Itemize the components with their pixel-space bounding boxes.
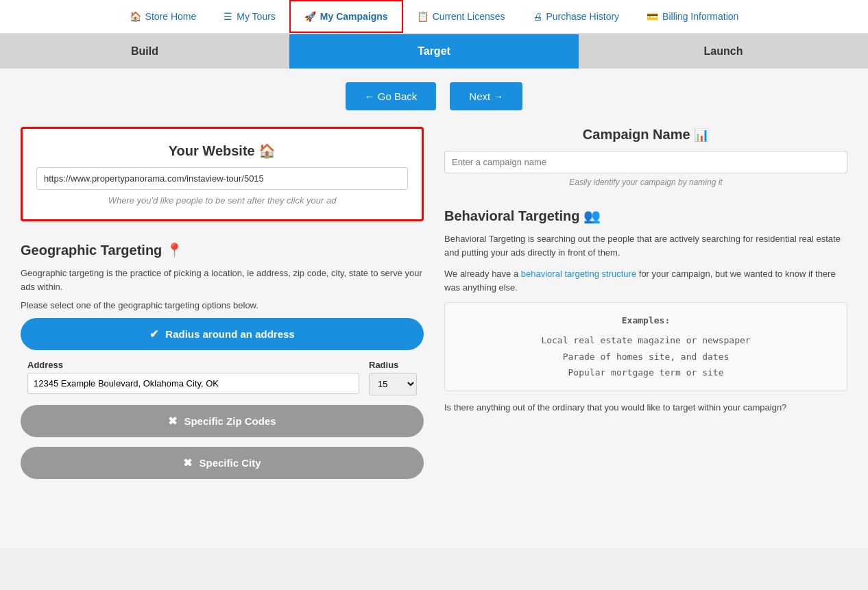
tab-launch[interactable]: Launch — [579, 34, 868, 69]
behavioral-description1: Behavioral Targeting is searching out th… — [444, 232, 847, 259]
nav-store-home[interactable]: 🏠 Store Home — [116, 1, 210, 32]
nav-billing-label: Billing Information — [662, 11, 738, 22]
nav-purchase-history[interactable]: 🖨 Purchase History — [519, 1, 634, 32]
geographic-targeting-section: Geographic Targeting 📍 Geographic target… — [21, 242, 424, 479]
nav-buttons: ← Go Back Next → — [21, 82, 847, 110]
behavioral-title: Behavioral Targeting 👥 — [444, 208, 847, 224]
list-icon: ☰ — [224, 11, 232, 22]
behavioral-description2: We already have a behavioral targeting s… — [444, 267, 847, 294]
credit-card-icon: 💳 — [647, 11, 658, 22]
zip-codes-button[interactable]: ✖ Specific Zip Codes — [21, 405, 424, 437]
behavioral-targeting-section: Behavioral Targeting 👥 Behavioral Target… — [444, 208, 847, 414]
geo-description2: Please select one of the geographic targ… — [21, 299, 424, 312]
home-icon: 🏠 — [130, 11, 141, 22]
your-website-title: Your Website 🏠 — [36, 143, 408, 159]
campaign-name-title: Campaign Name 📊 — [444, 127, 847, 143]
right-column: Campaign Name 📊 Easily identify your cam… — [444, 127, 847, 422]
website-url-input[interactable] — [36, 167, 408, 190]
left-column: Your Website 🏠 Where you'd like people t… — [21, 127, 424, 489]
checkmark-icon: ✔ — [149, 328, 158, 341]
people-icon: 👥 — [583, 208, 601, 223]
geo-title: Geographic Targeting 📍 — [21, 242, 424, 258]
behavioral-question: Is there anything out of the ordinary th… — [444, 401, 847, 415]
examples-title: Examples: — [455, 312, 837, 328]
tab-target[interactable]: Target — [289, 34, 579, 69]
specific-city-button[interactable]: ✖ Specific City — [21, 447, 424, 479]
pin-icon: 📍 — [166, 243, 183, 258]
tabs-bar: Build Target Launch — [0, 34, 868, 69]
your-website-card: Your Website 🏠 Where you'd like people t… — [21, 127, 424, 221]
nav-my-tours-label: My Tours — [237, 11, 276, 22]
nav-my-campaigns-label: My Campaigns — [320, 11, 388, 22]
rocket-icon: 🚀 — [304, 11, 316, 22]
nav-my-tours[interactable]: ☰ My Tours — [210, 1, 289, 32]
clipboard-icon: 📋 — [417, 11, 429, 22]
example-2: Parade of homes site, and dates — [455, 349, 837, 365]
nav-store-home-label: Store Home — [145, 11, 197, 22]
nav-current-licenses-label: Current Licenses — [433, 11, 505, 22]
campaign-name-card: Campaign Name 📊 Easily identify your cam… — [444, 127, 847, 187]
address-group: Address — [27, 360, 359, 394]
xmark-zip-icon: ✖ — [168, 415, 177, 428]
radius-group: Radius 15 5 10 20 25 — [369, 360, 417, 395]
house-icon: 🏠 — [258, 143, 276, 158]
nav-purchase-history-label: Purchase History — [546, 11, 620, 22]
example-1: Local real estate magazine or newspaper — [455, 332, 837, 348]
behavioral-targeting-link[interactable]: behavioral targeting structure — [521, 269, 636, 279]
go-back-button[interactable]: ← Go Back — [346, 82, 437, 110]
tab-build[interactable]: Build — [0, 34, 289, 69]
nav-my-campaigns[interactable]: 🚀 My Campaigns — [289, 0, 403, 33]
printer-icon: 🖨 — [533, 11, 542, 22]
table-icon: 📊 — [694, 128, 709, 142]
address-input[interactable] — [27, 373, 359, 394]
nav-current-licenses[interactable]: 📋 Current Licenses — [403, 1, 519, 32]
main-content: ← Go Back Next → Your Website 🏠 Where yo… — [0, 69, 868, 548]
radius-select[interactable]: 15 5 10 20 25 — [369, 373, 417, 395]
content-columns: Your Website 🏠 Where you'd like people t… — [21, 127, 847, 489]
campaign-name-hint: Easily identify your campaign by naming … — [444, 177, 847, 187]
address-label: Address — [27, 360, 359, 370]
website-hint: Where you'd like people to be sent after… — [36, 195, 408, 206]
examples-box: Examples: Local real estate magazine or … — [444, 302, 847, 391]
nav-billing-information[interactable]: 💳 Billing Information — [633, 1, 752, 32]
radius-button[interactable]: ✔ Radius around an address — [21, 318, 424, 350]
example-3: Popular mortgage term or site — [455, 365, 837, 380]
top-navigation: 🏠 Store Home ☰ My Tours 🚀 My Campaigns 📋… — [0, 0, 868, 34]
next-button[interactable]: Next → — [450, 82, 522, 110]
address-row: Address Radius 15 5 10 20 25 — [21, 360, 424, 395]
campaign-name-input[interactable] — [444, 151, 847, 173]
geo-description1: Geographic targeting is the practice of … — [21, 267, 424, 293]
xmark-city-icon: ✖ — [183, 456, 192, 469]
radius-label: Radius — [369, 360, 417, 370]
